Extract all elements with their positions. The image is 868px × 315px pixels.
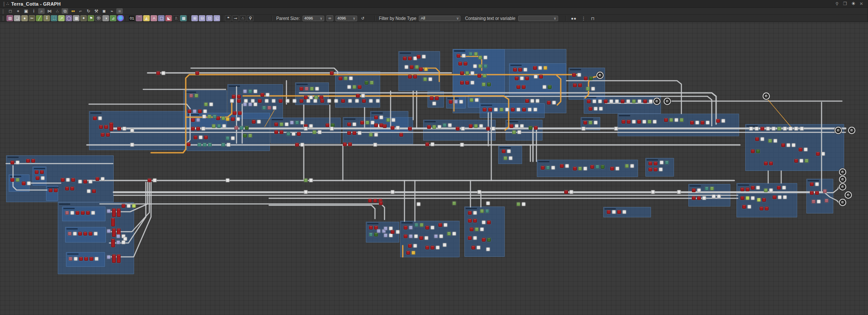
- graph-node[interactable]: [358, 131, 362, 135]
- graph-node[interactable]: [528, 108, 532, 112]
- graph-node[interactable]: [677, 190, 681, 194]
- arc-node-icon[interactable]: ⌒: [136, 15, 142, 21]
- graph-node[interactable]: [391, 230, 395, 234]
- graph-node[interactable]: [783, 195, 787, 199]
- graph-node[interactable]: [243, 89, 247, 93]
- wire[interactable]: [503, 96, 509, 130]
- graph-node[interactable]: [348, 142, 352, 146]
- tile-sampler-node-icon[interactable]: ▦: [73, 15, 79, 21]
- output-node[interactable]: [848, 127, 855, 134]
- graph-node[interactable]: [541, 166, 545, 170]
- graph-node[interactable]: [648, 161, 652, 165]
- link-size-button[interactable]: ∞: [326, 15, 333, 21]
- graph-node[interactable]: [717, 194, 721, 198]
- graph-node[interactable]: [452, 201, 456, 205]
- graph-node[interactable]: [470, 71, 474, 75]
- graph-node[interactable]: [194, 94, 198, 98]
- graph-node[interactable]: [659, 167, 663, 171]
- graph-node[interactable]: [386, 118, 390, 122]
- graph-node[interactable]: [478, 56, 482, 59]
- graph-node[interactable]: [680, 118, 684, 122]
- graph-node[interactable]: [389, 233, 393, 237]
- graph-node[interactable]: [404, 234, 408, 238]
- wire[interactable]: [187, 109, 190, 143]
- graph-node[interactable]: [92, 189, 96, 193]
- switch-node-icon[interactable]: ⎍: [173, 15, 179, 21]
- graph-node[interactable]: [286, 99, 289, 103]
- graph-node[interactable]: [470, 81, 474, 85]
- graph-node[interactable]: [35, 170, 39, 174]
- graph-node[interactable]: [107, 229, 111, 233]
- graph-node[interactable]: [299, 87, 303, 91]
- graph-node[interactable]: [431, 142, 434, 146]
- graph-node[interactable]: [505, 108, 509, 112]
- output-node[interactable]: [839, 183, 846, 190]
- graph-node[interactable]: [153, 178, 157, 182]
- graph-node[interactable]: [543, 66, 547, 70]
- graph-node[interactable]: [221, 116, 225, 120]
- graph-node[interactable]: [89, 257, 93, 261]
- graph-node[interactable]: [756, 149, 760, 153]
- graph-node[interactable]: [130, 143, 134, 147]
- graph-node[interactable]: [525, 76, 529, 80]
- graph-node[interactable]: [477, 190, 481, 194]
- graph-node[interactable]: [654, 161, 658, 165]
- graph-node[interactable]: [460, 71, 464, 75]
- graph-node[interactable]: [195, 71, 199, 75]
- graph-node[interactable]: [384, 226, 388, 230]
- graph-node[interactable]: [488, 108, 492, 112]
- flip-node-icon[interactable]: ◭: [143, 15, 150, 21]
- graph-node[interactable]: [204, 102, 208, 106]
- graph-node[interactable]: [274, 122, 278, 126]
- graph-node[interactable]: [374, 133, 378, 137]
- graph-node[interactable]: [486, 127, 490, 131]
- frame-grid-icon[interactable]: ⌗: [116, 8, 123, 14]
- graph-node[interactable]: [700, 121, 704, 125]
- graph-node[interactable]: [117, 127, 121, 131]
- graph-node[interactable]: [54, 188, 58, 192]
- graph-node[interactable]: [116, 240, 120, 244]
- graph-node[interactable]: [310, 87, 314, 91]
- graph-node[interactable]: [483, 108, 487, 112]
- graph-node[interactable]: [309, 178, 313, 182]
- graph-node[interactable]: [209, 102, 213, 106]
- graph-node[interactable]: [396, 230, 400, 234]
- graph-node[interactable]: [262, 106, 266, 110]
- graph-node[interactable]: [522, 85, 526, 89]
- graph-node[interactable]: [465, 81, 469, 85]
- snap-icon[interactable]: ⊓: [591, 16, 595, 21]
- graph-node[interactable]: [148, 178, 151, 182]
- graph-node[interactable]: [480, 227, 484, 231]
- graph-node[interactable]: [22, 181, 26, 185]
- graph-node[interactable]: [404, 65, 408, 69]
- graph-node[interactable]: [473, 236, 477, 240]
- graph-node[interactable]: [260, 93, 264, 97]
- graph-node[interactable]: [40, 170, 44, 174]
- graph-node[interactable]: [425, 226, 429, 230]
- graph-node[interactable]: [245, 126, 249, 130]
- graph-node[interactable]: [432, 125, 436, 129]
- graph-node[interactable]: [648, 120, 651, 124]
- graph-node[interactable]: [751, 196, 755, 200]
- graph-node[interactable]: [799, 148, 802, 151]
- graph-node[interactable]: [362, 99, 366, 103]
- graph-node[interactable]: [669, 118, 673, 122]
- graph-node[interactable]: [643, 99, 647, 103]
- graph-node[interactable]: [379, 201, 383, 205]
- graph-node[interactable]: [187, 109, 191, 113]
- graph-node[interactable]: [516, 85, 520, 89]
- graph-node[interactable]: [248, 134, 252, 138]
- histogram-node-icon[interactable]: ⊿: [110, 15, 116, 21]
- graph-node[interactable]: [27, 181, 31, 185]
- graph-node[interactable]: [376, 99, 380, 103]
- graph-node[interactable]: [548, 85, 552, 89]
- graph-node[interactable]: [742, 205, 746, 209]
- graph-node[interactable]: [216, 116, 220, 120]
- graph-node[interactable]: [617, 210, 621, 214]
- graph-node[interactable]: [692, 196, 696, 200]
- graph-node[interactable]: [595, 165, 599, 169]
- graph-node[interactable]: [93, 116, 97, 120]
- graph-node[interactable]: [533, 108, 537, 112]
- graph-node[interactable]: [403, 56, 407, 60]
- graph-node[interactable]: [551, 166, 555, 170]
